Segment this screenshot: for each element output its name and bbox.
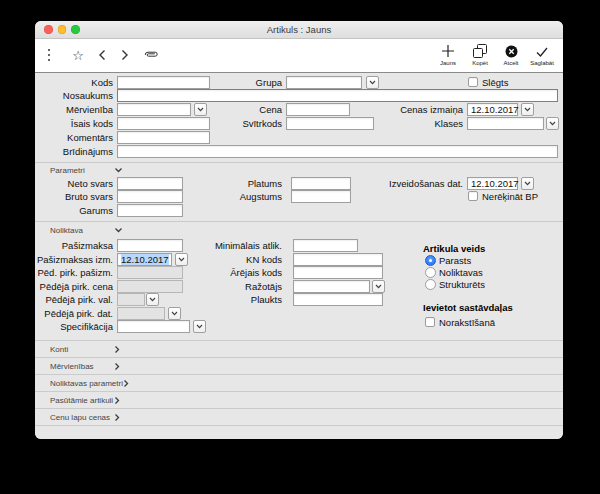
- chevron-down-icon: [524, 181, 531, 186]
- pedeja-pirk-dat-dropdown-button[interactable]: [168, 307, 181, 320]
- pedeja-pirk-dat-input: [117, 307, 165, 320]
- kn-kods-input[interactable]: [293, 253, 383, 266]
- mervieniba-label: Mērvienība: [35, 103, 113, 116]
- arejais-kods-input[interactable]: [293, 266, 383, 279]
- chevron-down-icon: [171, 311, 178, 316]
- minimalais-atlik-label: Minimālais atlik.: [175, 239, 282, 252]
- grupa-label: Grupa: [175, 76, 282, 89]
- titlebar: Artikuls : Jauns: [35, 21, 563, 39]
- radio-strukturets-label: Strukturēts: [439, 278, 485, 291]
- form-area: Kods Grupa Slēgts Nosaukums Mērvienība C…: [35, 73, 563, 439]
- komentars-input[interactable]: [117, 131, 210, 144]
- komentars-label: Komentārs: [35, 131, 113, 144]
- cancel-circle-icon: [505, 43, 518, 58]
- grupa-input[interactable]: [286, 76, 362, 89]
- toolbar: ☆ Jauns Kopēt Atcelt: [35, 39, 563, 73]
- pedeja-pirk-val-label: Pēdējā pirk. val.: [35, 293, 113, 306]
- section-divider: [35, 391, 563, 392]
- nosaukums-label: Nosaukums: [35, 89, 113, 102]
- platums-label: Platums: [175, 177, 282, 190]
- grupa-dropdown-button[interactable]: [366, 76, 379, 89]
- ped-pirk-pasizm-label: Pēd. pirk. pašizm.: [35, 266, 113, 279]
- section-divider: [35, 408, 563, 409]
- plaukts-input[interactable]: [293, 293, 383, 306]
- nosaukums-input[interactable]: [117, 89, 558, 102]
- cenas-izmaina-label: Cenas izmaiņa: [357, 103, 463, 116]
- plus-icon: [441, 43, 455, 58]
- cena-input[interactable]: [286, 103, 350, 116]
- chevron-down-icon: [149, 297, 156, 302]
- app-window: Artikuls : Jauns ☆ Jauns Kopēt: [35, 21, 563, 439]
- neto-svars-input[interactable]: [117, 177, 183, 190]
- pasizmaksas-izm-label: Pašizmaksas izm.: [35, 253, 113, 266]
- chevron-down-icon: [369, 80, 376, 85]
- nerekinat-bp-label: Nerēķināt BP: [482, 190, 538, 203]
- chevron-right-icon: [114, 413, 120, 422]
- chevron-right-icon: [114, 396, 120, 405]
- chevron-right-icon: [123, 379, 129, 388]
- neto-svars-label: Neto svars: [35, 177, 113, 190]
- chevron-left-icon: [98, 49, 106, 61]
- close-window-button[interactable]: [44, 25, 53, 34]
- izveidosanas-dat-dropdown-button[interactable]: [521, 177, 534, 190]
- zoom-window-button[interactable]: [71, 25, 80, 34]
- save-button[interactable]: Saglabāt: [524, 43, 560, 66]
- section-mervienibas-header[interactable]: Mērvienības: [50, 359, 120, 373]
- izveidosanas-dat-label: Izveidošanas dat.: [357, 177, 463, 190]
- bruto-svars-input[interactable]: [117, 190, 183, 203]
- specifikacija-input[interactable]: [117, 320, 190, 333]
- chevron-down-icon: [375, 284, 382, 289]
- back-button[interactable]: [94, 39, 110, 71]
- chevron-down-icon: [114, 227, 123, 233]
- razotajs-dropdown-button[interactable]: [372, 280, 385, 293]
- section-noliktavas-parametri-header[interactable]: Noliktavas parametri: [50, 376, 129, 390]
- radio-strukturets[interactable]: [425, 279, 436, 290]
- favorite-star-icon[interactable]: ☆: [69, 39, 87, 71]
- ievietot-sastavdalas-title: Ievietot sastāvdaļas: [423, 302, 513, 314]
- platums-input[interactable]: [291, 177, 351, 190]
- attachment-button[interactable]: [140, 39, 162, 71]
- section-divider: [35, 221, 563, 222]
- section-cenu-lapu-cenas-header[interactable]: Cenu lapu cenas: [50, 410, 120, 424]
- pasizmaksas-izm-date-field[interactable]: 12.10.2017: [117, 253, 172, 266]
- section-konti-header[interactable]: Konti: [50, 342, 120, 356]
- chevron-right-icon: [114, 345, 120, 354]
- bridinajums-label: Brīdinājums: [35, 145, 113, 158]
- radio-parasts[interactable]: [425, 255, 436, 266]
- bruto-svars-label: Bruto svars: [35, 190, 113, 203]
- chevron-right-icon: [121, 49, 129, 61]
- izveidosanas-dat-date-field[interactable]: 12.10.2017: [467, 177, 518, 190]
- cenas-izmaina-dropdown-button[interactable]: [521, 103, 534, 116]
- chevron-right-icon: [114, 362, 120, 371]
- pasizmaksa-input[interactable]: [117, 239, 183, 252]
- slegts-checkbox[interactable]: [468, 77, 478, 87]
- pedeja-pirk-val-dropdown-button[interactable]: [146, 293, 159, 306]
- section-pasutamie-artikuli-header[interactable]: Pasūtāmie artikuli: [50, 393, 120, 407]
- klases-dropdown-button[interactable]: [546, 117, 559, 130]
- ped-pirk-pasizm-input: [117, 266, 183, 279]
- svitrkods-label: Svītrkods: [175, 117, 282, 130]
- section-parametri-header[interactable]: Parametri: [50, 163, 123, 177]
- paperclip-icon: [142, 50, 160, 60]
- radio-noliktavas[interactable]: [425, 267, 436, 278]
- klases-input[interactable]: [467, 117, 544, 130]
- section-noliktava-header[interactable]: Noliktava: [50, 223, 123, 237]
- specifikacija-dropdown-button[interactable]: [193, 320, 206, 333]
- augstums-label: Augstums: [175, 190, 282, 203]
- new-button[interactable]: Jauns: [430, 43, 466, 66]
- cenas-izmaina-date-field[interactable]: 12.10.2017: [467, 103, 518, 116]
- razotajs-input[interactable]: [293, 280, 370, 293]
- minimalais-atlik-input[interactable]: [293, 239, 358, 252]
- augstums-input[interactable]: [291, 190, 351, 203]
- overflow-menu-icon[interactable]: [43, 39, 55, 71]
- plaukts-label: Plaukts: [175, 293, 282, 306]
- slegts-label: Slēgts: [482, 76, 508, 89]
- chevron-down-icon: [114, 167, 123, 173]
- bridinajums-input[interactable]: [117, 145, 558, 158]
- forward-button[interactable]: [117, 39, 133, 71]
- garums-input[interactable]: [117, 204, 183, 217]
- minimize-window-button[interactable]: [58, 25, 67, 34]
- nerekinat-bp-checkbox[interactable]: [468, 191, 478, 201]
- razotajs-label: Ražotājs: [175, 280, 282, 293]
- norakstisana-checkbox[interactable]: [425, 317, 435, 327]
